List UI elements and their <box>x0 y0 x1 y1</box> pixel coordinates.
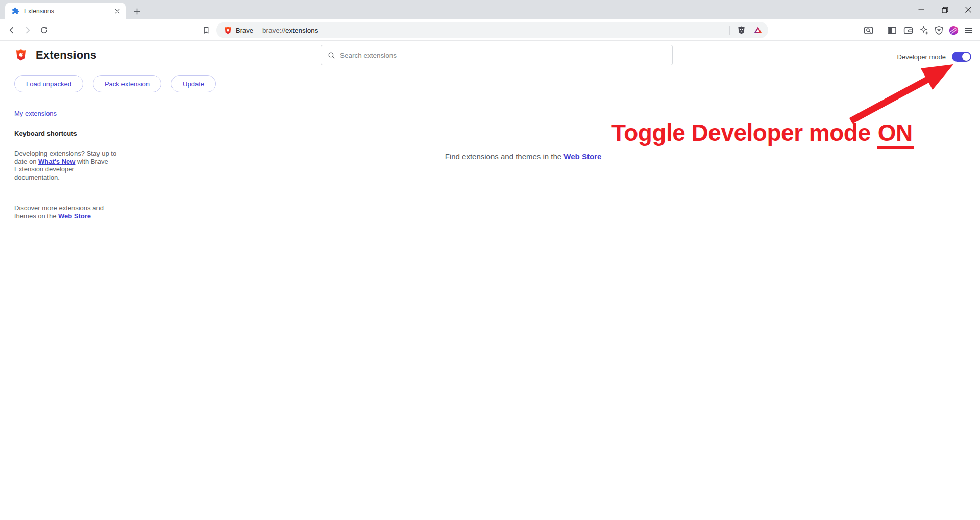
url-text: brave://extensions <box>262 27 729 34</box>
developer-note: Developing extensions? Stay up to date o… <box>14 150 117 181</box>
menu-icon[interactable] <box>963 24 974 36</box>
developer-mode-control: Developer mode <box>897 50 971 63</box>
brave-shield-logo-icon <box>224 26 232 35</box>
extension-actions: Load unpacked Pack extension Update <box>14 75 216 92</box>
browser-tab-extensions[interactable]: Extensions <box>5 3 126 19</box>
annotation-label: Toggle Developer mode <box>611 119 877 146</box>
toggle-knob <box>962 53 970 61</box>
address-bar[interactable]: Brave brave://extensions <box>216 22 768 38</box>
brave-logo-icon <box>14 48 28 62</box>
bat-rewards-icon[interactable] <box>753 25 763 35</box>
annotation-emphasis: ON <box>877 119 914 149</box>
search-icon <box>327 51 336 60</box>
web-store-link-sidebar[interactable]: Web Store <box>58 212 91 220</box>
tab-strip: Extensions <box>0 0 980 19</box>
site-chip: Brave <box>224 26 253 35</box>
reload-icon[interactable] <box>38 24 50 36</box>
address-bar-actions <box>729 25 763 35</box>
empty-state-text: Find extensions and themes in the <box>445 152 564 161</box>
sidebar-item-my-extensions[interactable]: My extensions <box>14 110 57 117</box>
restore-button[interactable] <box>933 0 957 19</box>
browser-window: Extensions <box>0 0 980 520</box>
brave-shields-lion-icon[interactable] <box>737 26 746 35</box>
tab-title: Extensions <box>24 8 113 15</box>
annotation-text: Toggle Developer mode ON <box>611 119 914 146</box>
developer-mode-label: Developer mode <box>897 53 946 61</box>
extensions-page: Extensions Developer mode Load unpacked … <box>0 41 980 520</box>
page-title: Extensions <box>36 48 96 62</box>
search-input[interactable] <box>340 52 666 59</box>
extensions-favicon <box>12 7 19 15</box>
leo-ai-sparkle-icon[interactable] <box>918 24 929 36</box>
developer-mode-toggle[interactable] <box>952 52 971 62</box>
address-bar-divider <box>729 26 730 35</box>
sidebar-item-keyboard-shortcuts[interactable]: Keyboard shortcuts <box>14 130 77 137</box>
minimize-button[interactable] <box>910 0 933 19</box>
site-chip-label: Brave <box>236 27 253 34</box>
search-box[interactable] <box>321 45 673 65</box>
discover-note: Discover more extensions and themes on t… <box>14 204 117 220</box>
sidebar-icon[interactable] <box>886 24 897 36</box>
vpn-shield-icon[interactable] <box>933 24 944 36</box>
new-tab-button[interactable] <box>131 5 143 17</box>
page-content: My extensions Keyboard shortcuts Develop… <box>0 98 980 519</box>
bookmark-icon[interactable] <box>201 24 212 36</box>
pack-extension-button[interactable]: Pack extension <box>93 75 161 92</box>
tab-close-icon[interactable] <box>113 7 121 15</box>
back-icon[interactable] <box>6 24 17 36</box>
whats-new-link[interactable]: What's New <box>38 158 75 165</box>
toolbar-divider <box>879 26 879 35</box>
web-store-link-main[interactable]: Web Store <box>564 152 601 161</box>
profile-avatar[interactable] <box>948 24 959 36</box>
search-tabs-icon[interactable] <box>863 24 874 36</box>
update-button[interactable]: Update <box>171 75 216 92</box>
wallet-icon[interactable] <box>902 24 914 36</box>
empty-state-message: Find extensions and themes in the Web St… <box>122 152 924 161</box>
navigation-toolbar: Brave brave://extensions <box>0 19 980 41</box>
forward-icon[interactable] <box>22 24 33 36</box>
load-unpacked-button[interactable]: Load unpacked <box>14 75 83 92</box>
close-window-button[interactable] <box>957 0 980 19</box>
window-controls <box>910 0 980 19</box>
page-header: Extensions Developer mode Load unpacked … <box>0 41 980 98</box>
